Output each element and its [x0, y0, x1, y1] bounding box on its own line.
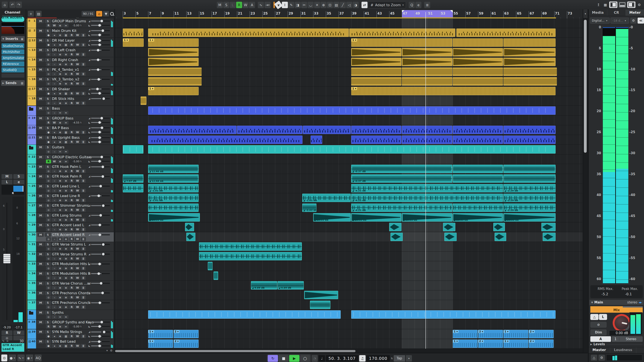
event-hits[interactable]	[148, 77, 202, 86]
event-spike[interactable]	[444, 233, 456, 241]
eq-curve-thumbnail[interactable]	[2, 23, 24, 34]
kb-button[interactable]: ▦	[63, 33, 68, 37]
event-pat[interactable]: 1 ▾	[148, 38, 198, 47]
inserts-section-header[interactable]: ▼ Inserts ▣	[1, 36, 25, 42]
solo-button[interactable]: S	[45, 174, 51, 178]
tempo-spinner[interactable]: ⇅	[391, 357, 393, 360]
mon-button[interactable]: ◂	[52, 228, 57, 231]
audio-quantize-button[interactable]: AQ	[34, 355, 42, 361]
event-midi[interactable]	[504, 126, 556, 134]
event-midi[interactable]	[148, 136, 302, 144]
volume-slider[interactable]: ◢	[88, 340, 110, 344]
edit-button[interactable]: e	[58, 334, 63, 338]
track-lane[interactable]	[115, 135, 582, 145]
setup-toolbar-button[interactable]: ⚙	[636, 1, 642, 8]
mon-button[interactable]: ◂	[52, 72, 57, 76]
hub-button[interactable]: ⌂	[2, 1, 8, 8]
slider-knob[interactable]	[98, 141, 101, 143]
rec-button[interactable]: ●	[46, 237, 51, 241]
pattern-badge[interactable]: 1 ▾	[148, 340, 154, 343]
slider-knob[interactable]	[100, 214, 102, 217]
edit-button[interactable]: e	[58, 257, 63, 261]
read-button[interactable]: R	[69, 344, 74, 348]
solo-button[interactable]: S	[45, 340, 51, 344]
pattern-badge[interactable]: 1 ▾	[453, 330, 459, 333]
preroll-button[interactable]: ◔	[312, 355, 318, 362]
solo-button[interactable]: S	[45, 155, 51, 159]
event-strum[interactable]	[453, 204, 503, 212]
edit-button[interactable]: e	[58, 208, 63, 212]
record-mode-select[interactable]: ● ▾	[8, 355, 16, 361]
pattern-badge[interactable]: 1 ▾	[453, 340, 459, 343]
event-decay[interactable]: ◢ 10.53 dB	[148, 213, 200, 222]
slider-knob[interactable]	[98, 335, 101, 338]
draw-tool[interactable]: ✎	[288, 2, 294, 8]
circ-button[interactable]: o	[63, 296, 68, 299]
edit-button[interactable]: e	[58, 82, 63, 86]
control-room-level-knob[interactable]	[613, 314, 631, 332]
circ-button[interactable]: o	[63, 208, 68, 212]
export-button[interactable]: ↥	[596, 1, 602, 8]
rec-button[interactable]: ●	[46, 72, 51, 76]
mute-button[interactable]: M	[37, 213, 44, 217]
track-row[interactable]: MSGuitars●◂=≈	[28, 145, 114, 154]
main-section-header[interactable]: ▼ Main stereo ◂▸	[590, 300, 644, 305]
pattern-badge[interactable]: 1 ▾	[504, 340, 510, 343]
write-button[interactable]: W	[75, 208, 80, 212]
read-button[interactable]: R	[69, 82, 74, 86]
pattern-badge[interactable]: 2 ▾	[478, 340, 484, 343]
sends-section-header[interactable]: ▶ Sends ▦	[1, 80, 25, 86]
lanes-button[interactable]: ≣	[81, 334, 86, 338]
record-button[interactable]: ○	[300, 355, 310, 362]
track-row[interactable]: ∿34MSGTR Modulation Hits R●◂eoRW≣◢	[28, 271, 114, 281]
event-folder[interactable]	[148, 106, 556, 115]
solo-button[interactable]: S	[45, 320, 51, 324]
slider-knob[interactable]	[102, 204, 104, 207]
edit-button[interactable]: e	[58, 23, 63, 27]
listen-mode-button[interactable]: L	[230, 2, 236, 8]
event-pat[interactable]	[453, 38, 503, 47]
event-hits[interactable]	[504, 77, 557, 86]
event-wave[interactable]: ◢ -0.37 dB	[351, 165, 452, 173]
read-button[interactable]: R	[69, 247, 74, 251]
event-strum[interactable]: ◢ -1.01 dB	[148, 184, 198, 192]
track-color-cell[interactable]: Ⅲ1	[28, 18, 36, 28]
track-lane[interactable]: 1 ▾1 ▾	[115, 86, 582, 96]
event-midi[interactable]	[349, 28, 455, 37]
event-midi[interactable]	[402, 126, 452, 134]
tab-cr[interactable]: CR	[607, 9, 626, 16]
read-button[interactable]: R	[69, 130, 74, 134]
slider-knob[interactable]	[97, 68, 100, 71]
mute-button[interactable]: M	[37, 116, 44, 120]
snap-button[interactable]: ⇄	[362, 2, 368, 8]
rec-button[interactable]: ●	[46, 247, 51, 251]
event-midi[interactable]	[453, 126, 503, 134]
mon-button[interactable]: ◂	[52, 169, 57, 173]
mon-button[interactable]: ◂	[52, 43, 57, 47]
volume-slider[interactable]: ◢	[88, 204, 110, 208]
mon-button[interactable]: ◂	[52, 92, 57, 95]
read-button[interactable]: R	[46, 325, 51, 329]
write-button[interactable]: W	[75, 257, 80, 261]
track-color-cell[interactable]: ▤39	[28, 330, 36, 339]
pan-slider[interactable]: ◣	[88, 33, 110, 37]
pattern-badge[interactable]: 1 ▾	[352, 87, 357, 90]
track-color-cell[interactable]: ∿16	[28, 77, 36, 86]
event-strum[interactable]: ◢ -2.29 dB	[504, 204, 556, 212]
pattern-badge[interactable]: 2 ▾	[529, 330, 535, 333]
rec-button[interactable]: ●	[46, 198, 51, 202]
event-decay[interactable]: ◢ 10.53 dB	[453, 213, 503, 222]
track-row[interactable]: ▥17MSDR Shaker●◂e▦RW≣◢◣	[28, 86, 114, 96]
track-row[interactable]: ∿36MSGTR Prechorus Chords●◂eoRW≣◢	[28, 290, 114, 300]
edit-button[interactable]: e	[58, 33, 63, 37]
event-folder[interactable]	[148, 310, 340, 319]
event-spike[interactable]	[186, 233, 195, 241]
event-wave[interactable]: ◢ 9.89 dB	[251, 281, 277, 290]
solo-button[interactable]: S	[45, 48, 51, 52]
volume-slider[interactable]: ◢	[88, 223, 110, 227]
track-color-cell[interactable]: ∿35	[28, 281, 36, 290]
lanes-button[interactable]: ≣	[81, 247, 86, 251]
event-hits[interactable]	[148, 67, 202, 76]
rec-button[interactable]: ●	[46, 111, 51, 115]
event-decay[interactable]	[504, 48, 556, 56]
